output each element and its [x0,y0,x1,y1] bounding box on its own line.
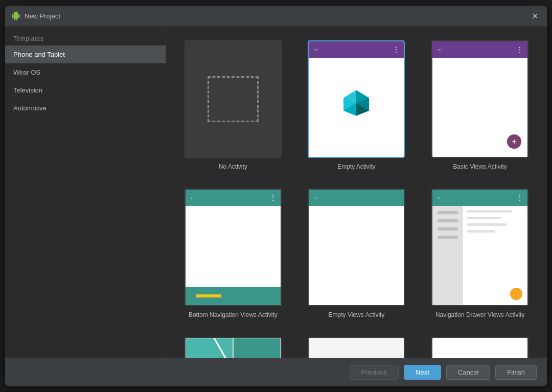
resp-cell-2 [233,338,281,358]
game-mockup [309,338,404,358]
template-no-activity[interactable]: No Activity [176,36,290,174]
sidebar-item-television[interactable]: Television [5,81,166,99]
template-basic-views-activity[interactable]: ← ⋮ + Basic Views Activity [423,36,537,174]
responsive-views-preview [185,337,282,358]
empty-views-label: Empty Views Activity [329,311,385,318]
template-responsive-views[interactable]: Responsive Views Activity [176,333,290,358]
list-line-4 [467,230,495,233]
new-project-dialog: New Project ✕ Templates Phone and Tablet… [5,6,547,386]
cancel-button[interactable]: Cancel [446,365,490,380]
responsive-grid [186,338,281,358]
nav-drawer-main-area [463,206,527,305]
title-bar: New Project ✕ [5,6,547,26]
native-cpp-preview: C++ [431,337,528,358]
next-button[interactable]: Next [404,365,441,380]
basic-views-body: + [432,58,527,157]
empty-activity-toolbar: ← ⋮ [309,41,404,58]
no-activity-label: No Activity [219,163,247,170]
list-line-3 [467,223,507,226]
drawer-line-2 [438,219,458,222]
nav-drawer-toolbar: ← ⋮ [432,190,527,206]
basic-views-mockup: ← ⋮ + [432,41,527,157]
list-line-2 [467,217,501,219]
template-native-cpp[interactable]: C++ Native C++ [423,333,537,358]
templates-content: No Activity ← ⋮ [166,26,547,358]
sidebar-item-wear-os[interactable]: Wear OS [5,63,166,81]
close-button[interactable]: ✕ [528,10,541,22]
empty-views-toolbar: ← [309,190,404,206]
bottom-nav-label: Bottom Navigation Views Activity [189,311,278,318]
dashed-placeholder [208,76,259,122]
back-arrow-icon3: ← [190,194,197,202]
list-line-1 [467,210,512,213]
drawer-line-1 [438,211,458,214]
empty-views-body [309,206,404,305]
menu-dots-icon2: ⋮ [516,45,523,54]
nav-drawer-body [432,206,527,305]
nav-drawer-label: Navigation Drawer Views Activity [435,311,525,318]
bottom-nav-mockup: ← ⋮ [186,190,281,305]
basic-views-label: Basic Views Activity [453,163,507,170]
template-empty-activity[interactable]: ← ⋮ [300,36,413,174]
templates-grid: No Activity ← ⋮ [176,36,537,358]
android-logo [341,88,372,121]
menu-dots-icon3: ⋮ [269,194,277,202]
back-arrow-icon2: ← [436,45,444,54]
back-arrow-icon4: ← [313,194,320,202]
nav-indicator [196,294,221,297]
finish-button[interactable]: Finish [495,365,537,380]
responsive-views-mockup [186,338,281,358]
empty-views-mockup: ← [309,190,404,305]
sidebar-section-label: Templates [5,30,166,45]
template-game-activity[interactable]: Game Activity [300,333,413,358]
template-empty-views-activity[interactable]: ← Empty Views Activity [300,185,413,322]
sidebar: Templates Phone and Tablet Wear OS Telev… [5,26,166,358]
cube-logo-svg [341,88,372,119]
nav-drawer-fab [510,288,522,300]
nav-drawer-sidebar [432,206,463,305]
template-bottom-nav-views[interactable]: ← ⋮ Bottom Navigation Views Activity [176,185,290,322]
drawer-line-4 [438,236,458,239]
back-arrow-icon: ← [313,45,320,54]
android-icon [11,11,20,20]
bottom-nav-toolbar: ← ⋮ [186,190,281,206]
fab-button: + [507,134,521,149]
menu-dots-icon5: ⋮ [516,194,523,202]
no-activity-preview [185,40,282,158]
basic-views-preview: ← ⋮ + [431,40,528,158]
game-activity-preview [308,337,405,358]
template-nav-drawer-views[interactable]: ← ⋮ [423,185,537,322]
empty-activity-preview: ← ⋮ [308,40,405,158]
resp-cell-1 [186,338,233,358]
empty-views-preview: ← [308,189,405,306]
bottom-nav-preview: ← ⋮ [185,189,282,306]
sidebar-item-automotive[interactable]: Automotive [5,99,166,117]
back-arrow-icon5: ← [436,194,444,202]
dialog-body: Templates Phone and Tablet Wear OS Telev… [5,26,547,358]
bottom-navigation-bar [186,287,281,305]
bottom-nav-body [186,206,281,305]
sidebar-item-phone-tablet[interactable]: Phone and Tablet [5,45,166,63]
empty-activity-label: Empty Activity [337,163,376,170]
nav-drawer-preview: ← ⋮ [431,189,528,306]
menu-dots-icon: ⋮ [393,45,400,54]
drawer-line-3 [438,227,458,230]
dialog-footer: Previous Next Cancel Finish [5,358,547,386]
nav-drawer-mockup: ← ⋮ [432,190,527,305]
nav-drawer-list [463,206,527,237]
basic-views-toolbar: ← ⋮ [432,41,527,58]
empty-activity-mockup: ← ⋮ [309,41,404,157]
empty-activity-body [309,58,404,157]
dialog-title: New Project [25,12,524,20]
previous-button[interactable]: Previous [350,365,399,380]
cpp-mockup: C++ [432,338,527,358]
